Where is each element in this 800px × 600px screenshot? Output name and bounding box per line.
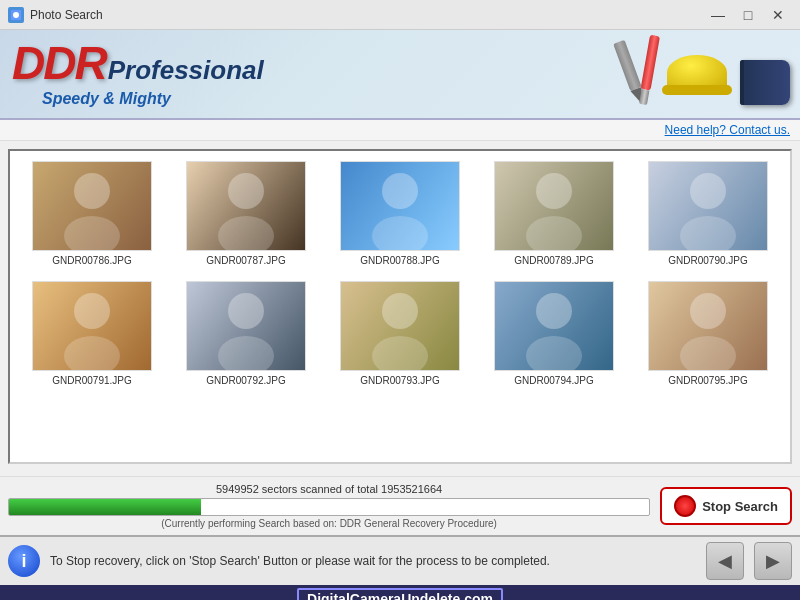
banner-icons [624,35,790,110]
photo-item[interactable]: GNDR00789.JPG [482,161,626,266]
photo-canvas [494,161,614,251]
progress-sub-text: (Currently performing Search based on: D… [8,518,650,529]
photo-thumbnail [340,161,460,251]
banner: DDR Professional Speedy & Mighty [0,30,800,120]
photo-item[interactable]: GNDR00786.JPG [20,161,164,266]
photo-item[interactable]: GNDR00790.JPG [636,161,780,266]
photo-thumbnail [494,281,614,371]
photo-canvas [32,161,152,251]
main-content: GNDR00786.JPGGNDR00787.JPGGNDR00788.JPGG… [0,141,800,476]
photo-filename: GNDR00793.JPG [360,375,439,386]
banner-text: DDR Professional Speedy & Mighty [12,40,264,108]
progress-bar-fill [9,499,201,515]
stop-button-label: Stop Search [702,499,778,514]
app-icon [8,7,24,23]
photo-thumbnail [494,161,614,251]
help-bar: Need help? Contact us. [0,120,800,141]
window-controls: — □ ✕ [704,4,792,26]
photo-item[interactable]: GNDR00795.JPG [636,281,780,386]
photo-thumbnail [340,281,460,371]
photo-filename: GNDR00794.JPG [514,375,593,386]
photo-grid: GNDR00786.JPGGNDR00787.JPGGNDR00788.JPGG… [20,161,780,386]
banner-ddr: DDR [12,40,106,86]
photo-thumbnail [648,161,768,251]
photo-canvas [186,281,306,371]
photo-filename: GNDR00786.JPG [52,255,131,266]
photo-thumbnail [186,161,306,251]
photo-filename: GNDR00790.JPG [668,255,747,266]
photo-item[interactable]: GNDR00794.JPG [482,281,626,386]
photo-canvas [340,281,460,371]
photo-canvas [340,161,460,251]
photo-thumbnail [186,281,306,371]
photo-thumbnail [32,161,152,251]
photo-item[interactable]: GNDR00787.JPG [174,161,318,266]
photo-filename: GNDR00787.JPG [206,255,285,266]
minimize-button[interactable]: — [704,4,732,26]
title-bar: Photo Search — □ ✕ [0,0,800,30]
info-bar: i To Stop recovery, click on 'Stop Searc… [0,535,800,585]
photo-filename: GNDR00792.JPG [206,375,285,386]
info-icon: i [8,545,40,577]
photo-filename: GNDR00795.JPG [668,375,747,386]
progress-section: 5949952 sectors scanned of total 1953521… [8,483,650,529]
window-title: Photo Search [30,8,704,22]
stop-search-button[interactable]: Stop Search [660,487,792,525]
help-link[interactable]: Need help? Contact us. [665,123,790,137]
photo-item[interactable]: GNDR00788.JPG [328,161,472,266]
photo-canvas [186,161,306,251]
photo-panel[interactable]: GNDR00786.JPGGNDR00787.JPGGNDR00788.JPGG… [8,149,792,464]
nav-prev-button[interactable]: ◀ [706,542,744,580]
photo-thumbnail [648,281,768,371]
photo-canvas [32,281,152,371]
website-bar: DigitalCameraUndelete.com [0,585,800,600]
maximize-button[interactable]: □ [734,4,762,26]
photo-canvas [648,161,768,251]
banner-tagline: Speedy & Mighty [42,90,264,108]
photo-canvas [494,281,614,371]
photo-filename: GNDR00788.JPG [360,255,439,266]
info-message: To Stop recovery, click on 'Stop Search'… [50,554,696,568]
nav-next-button[interactable]: ▶ [754,542,792,580]
photo-canvas [648,281,768,371]
stop-icon [674,495,696,517]
photo-filename: GNDR00791.JPG [52,375,131,386]
photo-item[interactable]: GNDR00791.JPG [20,281,164,386]
photo-thumbnail [32,281,152,371]
svg-point-1 [13,12,19,18]
progress-text: 5949952 sectors scanned of total 1953521… [8,483,650,495]
progress-area: 5949952 sectors scanned of total 1953521… [0,476,800,535]
website-url: DigitalCameraUndelete.com [297,588,503,600]
close-button[interactable]: ✕ [764,4,792,26]
progress-bar-container [8,498,650,516]
photo-item[interactable]: GNDR00792.JPG [174,281,318,386]
photo-filename: GNDR00789.JPG [514,255,593,266]
photo-item[interactable]: GNDR00793.JPG [328,281,472,386]
banner-professional: Professional [108,55,264,86]
